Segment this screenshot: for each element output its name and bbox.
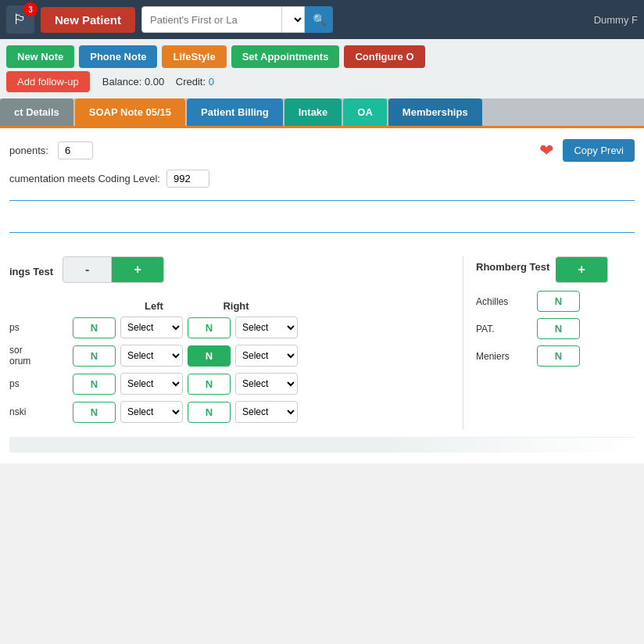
right-n-button-1[interactable]: N bbox=[188, 345, 231, 367]
right-select-0[interactable]: SelectPositiveNegative bbox=[235, 317, 298, 338]
achilles-n-button[interactable]: N bbox=[537, 291, 580, 312]
left-n-button-0[interactable]: N bbox=[73, 317, 116, 338]
tab-intake[interactable]: Intake bbox=[284, 98, 342, 126]
right-select-3[interactable]: SelectPositiveNegative bbox=[235, 401, 298, 423]
right-n-button-3[interactable]: N bbox=[188, 402, 231, 423]
documentation-row: cumentation meets Coding Level: bbox=[9, 170, 635, 188]
rhomberg-toggle-plus[interactable]: + bbox=[556, 256, 607, 283]
left-col-header: Left bbox=[111, 300, 197, 312]
column-headers: Left Right bbox=[111, 300, 447, 312]
left-n-button-1[interactable]: N bbox=[73, 345, 116, 367]
left-n-button-2[interactable]: N bbox=[73, 374, 116, 395]
meniers-n-button[interactable]: N bbox=[537, 345, 580, 367]
row-label: ps bbox=[9, 378, 68, 389]
right-test-row: Meniers N bbox=[476, 345, 635, 367]
documentation-input[interactable] bbox=[166, 170, 209, 188]
left-select-3[interactable]: SelectPositiveNegative bbox=[120, 401, 183, 423]
right-n-button-0[interactable]: N bbox=[188, 317, 231, 338]
search-input[interactable] bbox=[141, 6, 282, 33]
left-select-1[interactable]: SelectPositiveNegative bbox=[120, 345, 183, 367]
lifestyle-button[interactable]: LifeStyle bbox=[162, 45, 226, 68]
documentation-label: cumentation meets Coding Level: bbox=[9, 173, 160, 184]
balance-value: 0.00 bbox=[145, 76, 164, 88]
row-label: ps bbox=[9, 322, 68, 333]
rhomberg-title: Rhomberg Test bbox=[476, 261, 549, 273]
search-container: 🔍 bbox=[141, 6, 333, 33]
credit-value: 0 bbox=[209, 76, 214, 88]
credit-label: Credit: bbox=[176, 76, 206, 88]
phone-note-button[interactable]: Phone Note bbox=[79, 45, 157, 68]
heart-icon: ❤ bbox=[539, 141, 553, 161]
components-label: ponents: bbox=[9, 145, 48, 156]
row-label: sororum bbox=[9, 345, 68, 367]
balance-info: Balance: 0.00 Credit: 0 bbox=[102, 76, 214, 88]
right-tests-section: Rhomberg Test + Achilles N PAT. N Menier… bbox=[463, 256, 635, 429]
right-test-row: PAT. N bbox=[476, 318, 635, 339]
test-row: sororum N SelectPositiveNegative N Selec… bbox=[9, 345, 447, 367]
pat-n-button[interactable]: N bbox=[537, 318, 580, 339]
tab-patient-billing[interactable]: Patient Billing bbox=[187, 98, 283, 126]
right-n-button-2[interactable]: N bbox=[188, 374, 231, 395]
copy-previous-button[interactable]: Copy Previ bbox=[563, 139, 635, 162]
main-content: ponents: ❤ Copy Previ cumentation meets … bbox=[0, 126, 644, 463]
new-note-button[interactable]: New Note bbox=[6, 45, 74, 68]
divider-1 bbox=[9, 200, 635, 201]
toggle-group: - + bbox=[63, 256, 164, 283]
tests-container: ings Test - + Left Right ps N SelectPosi… bbox=[9, 256, 635, 429]
tabs-bar: ct Details SOAP Note 05/15 Patient Billi… bbox=[0, 98, 644, 126]
tab-soap-note[interactable]: SOAP Note 05/15 bbox=[75, 98, 185, 126]
set-appointments-button[interactable]: Set Appointments bbox=[231, 45, 340, 68]
left-tests-section: ings Test - + Left Right ps N SelectPosi… bbox=[9, 256, 463, 429]
components-input[interactable] bbox=[58, 141, 93, 159]
left-select-0[interactable]: SelectPositiveNegative bbox=[120, 317, 183, 338]
components-row: ponents: ❤ Copy Previ bbox=[9, 139, 635, 162]
new-patient-button[interactable]: New Patient bbox=[41, 7, 135, 33]
configure-button[interactable]: Configure O bbox=[344, 45, 424, 68]
meniers-label: Meniers bbox=[476, 351, 531, 362]
user-label: Dummy F bbox=[594, 14, 638, 26]
test-row: nski N SelectPositiveNegative N SelectPo… bbox=[9, 401, 447, 423]
right-select-2[interactable]: SelectPositiveNegative bbox=[235, 373, 298, 395]
tab-oa[interactable]: OA bbox=[343, 98, 387, 126]
tab-memberships[interactable]: Memberships bbox=[388, 98, 482, 126]
notification-badge: 3 bbox=[23, 2, 38, 16]
test-row: ps N SelectPositiveNegative N SelectPosi… bbox=[9, 317, 447, 338]
test-row: ps N SelectPositiveNegative N SelectPosi… bbox=[9, 373, 447, 395]
left-section-title: ings Test bbox=[9, 266, 53, 277]
right-select-1[interactable]: SelectPositiveNegative bbox=[235, 345, 298, 367]
toggle-plus-button[interactable]: + bbox=[112, 256, 163, 283]
flag-button[interactable]: 🏳 3 bbox=[6, 5, 34, 34]
search-button[interactable]: 🔍 bbox=[305, 6, 333, 33]
toggle-minus-button[interactable]: - bbox=[63, 256, 112, 283]
top-bar: 🏳 3 New Patient 🔍 Dummy F bbox=[0, 0, 644, 39]
achilles-label: Achilles bbox=[476, 296, 531, 307]
action-bar: New Note Phone Note LifeStyle Set Appoin… bbox=[0, 39, 644, 68]
left-select-2[interactable]: SelectPositiveNegative bbox=[120, 373, 183, 395]
info-bar: Add follow-up Balance: 0.00 Credit: 0 bbox=[0, 68, 644, 98]
divider-2 bbox=[9, 232, 635, 233]
tab-contact-details[interactable]: ct Details bbox=[0, 98, 73, 126]
left-n-button-3[interactable]: N bbox=[73, 402, 116, 423]
right-col-header: Right bbox=[197, 300, 275, 312]
right-test-row: Achilles N bbox=[476, 291, 635, 312]
row-label: nski bbox=[9, 406, 68, 417]
add-follow-up-button[interactable]: Add follow-up bbox=[6, 71, 90, 92]
balance-label: Balance: bbox=[102, 76, 142, 88]
pat-label: PAT. bbox=[476, 324, 531, 335]
search-type-dropdown[interactable] bbox=[282, 6, 305, 33]
